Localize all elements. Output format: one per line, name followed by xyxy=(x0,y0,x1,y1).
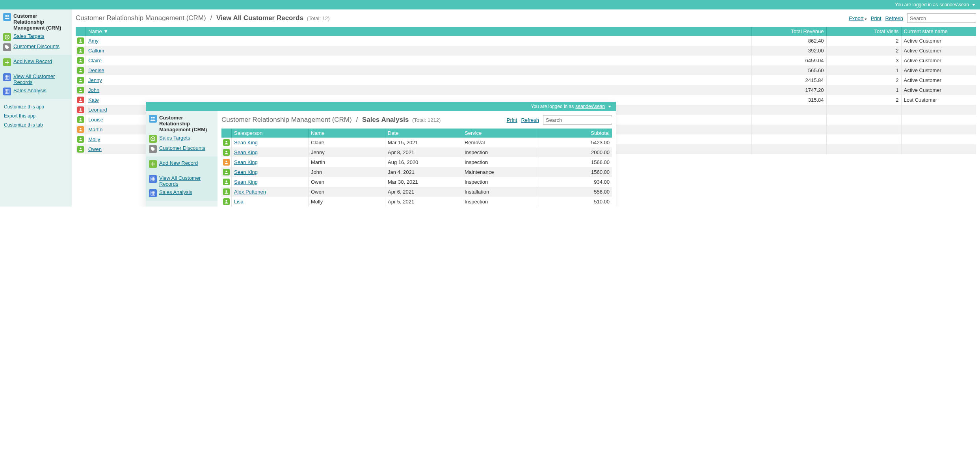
search-input[interactable] xyxy=(910,15,976,21)
cell-salesperson[interactable]: Lisa xyxy=(232,197,309,207)
cell-salesperson[interactable]: Sean King xyxy=(232,138,309,147)
person-icon xyxy=(77,67,84,74)
print-link[interactable]: Print xyxy=(871,15,881,21)
cell-revenue xyxy=(751,105,826,115)
header-row: Customer Relationship Management (CRM) /… xyxy=(221,114,616,129)
table-row[interactable]: Sean KingMartinAug 16, 2020Inspection156… xyxy=(221,157,612,167)
user-link[interactable]: seandev\sean xyxy=(939,2,969,7)
table-row[interactable]: Callum392.002Active Customer xyxy=(76,46,976,56)
col-date[interactable]: Date xyxy=(385,129,462,138)
crm-icon xyxy=(3,13,11,21)
col-icon[interactable] xyxy=(76,27,86,36)
cell-name[interactable]: John xyxy=(86,85,752,95)
cell-state xyxy=(901,144,976,154)
table-row[interactable]: Sean KingOwenMar 30, 2021Inspection934.0… xyxy=(221,177,612,187)
sidebar-title[interactable]: Customer Relationship Management (CRM) xyxy=(3,12,69,32)
table-row[interactable]: Jenny2415.842Active Customer xyxy=(76,75,976,85)
export-link[interactable]: Export xyxy=(849,15,864,21)
cell-name[interactable]: Denise xyxy=(86,65,752,75)
window-sales-analysis: You are logged in as seandev\sean Custom… xyxy=(146,102,616,207)
refresh-link[interactable]: Refresh xyxy=(885,15,903,21)
table-row[interactable]: LisaMollyApr 5, 2021Inspection510.00 xyxy=(221,197,612,207)
cell-salesperson[interactable]: Alex Puttonen xyxy=(232,187,309,197)
tag-icon xyxy=(3,43,11,51)
customize-tab-link[interactable]: Customize this tab xyxy=(4,122,43,128)
search-input[interactable] xyxy=(546,117,612,123)
col-state[interactable]: Current state name xyxy=(901,27,976,36)
svg-point-30 xyxy=(225,180,227,182)
svg-point-22 xyxy=(152,138,154,140)
target-icon xyxy=(3,33,11,41)
breadcrumb-root[interactable]: Customer Relationship Management (CRM) xyxy=(76,14,206,22)
sidebar-add-new-record[interactable]: Add New Record xyxy=(3,57,69,67)
search-box[interactable] xyxy=(907,13,976,23)
table-row[interactable]: Denise565.601Active Customer xyxy=(76,65,976,75)
col-icon[interactable] xyxy=(221,129,232,138)
table-row[interactable]: Alex PuttonenOwenApr 6, 2021Installation… xyxy=(221,187,612,197)
svg-point-16 xyxy=(80,128,81,129)
person-icon xyxy=(223,179,230,185)
sidebar-view-all-customers[interactable]: View All Customer Records xyxy=(149,174,214,188)
chevron-down-icon[interactable] xyxy=(865,19,867,20)
cell-name[interactable]: Jenny xyxy=(86,75,752,85)
target-icon xyxy=(149,135,157,143)
chevron-down-icon[interactable] xyxy=(608,106,611,108)
cell-visits xyxy=(826,125,901,134)
sidebar-sales-analysis[interactable]: Sales Analysis xyxy=(3,86,69,97)
col-salesperson[interactable]: Salesperson xyxy=(232,129,309,138)
refresh-link[interactable]: Refresh xyxy=(521,117,539,123)
breadcrumb-root[interactable]: Customer Relationship Management (CRM) xyxy=(221,116,352,123)
sidebar-sales-targets[interactable]: Sales Targets xyxy=(149,134,214,144)
customize-app-link[interactable]: Customize this app xyxy=(4,104,44,110)
user-link[interactable]: seandev\sean xyxy=(575,104,605,109)
table-row[interactable]: Amy862.402Active Customer xyxy=(76,36,976,46)
cell-name: Molly xyxy=(309,197,385,207)
table-row[interactable]: Sean KingJennyApr 8, 2021Inspection2000.… xyxy=(221,147,612,157)
table-row[interactable]: Sean KingJohnJan 4, 2021Maintenance1560.… xyxy=(221,167,612,177)
cell-date: Apr 8, 2021 xyxy=(385,147,462,157)
cell-salesperson[interactable]: Sean King xyxy=(232,177,309,187)
col-service[interactable]: Service xyxy=(462,129,539,138)
breadcrumb: Customer Relationship Management (CRM) /… xyxy=(76,14,849,22)
person-icon xyxy=(77,47,84,54)
cell-salesperson[interactable]: Sean King xyxy=(232,157,309,167)
search-box[interactable] xyxy=(543,115,612,125)
grid-icon xyxy=(149,189,157,197)
svg-point-18 xyxy=(80,147,81,149)
cell-name[interactable]: Amy xyxy=(86,36,752,46)
svg-point-26 xyxy=(225,141,227,142)
table-row[interactable]: John1747.201Active Customer xyxy=(76,85,976,95)
cell-state: Active Customer xyxy=(901,75,976,85)
table-header: Salesperson Name Date Service Subtotal xyxy=(221,129,612,138)
col-revenue[interactable]: Total Revenue xyxy=(751,27,826,36)
sidebar-sales-analysis[interactable]: Sales Analysis xyxy=(149,188,214,198)
col-name[interactable]: Name ▼ xyxy=(86,27,752,36)
table-row[interactable]: Sean KingClaireMar 15, 2021Removal5423.0… xyxy=(221,138,612,147)
svg-rect-24 xyxy=(151,191,155,196)
svg-point-0 xyxy=(5,15,7,17)
sidebar-add-new-record[interactable]: Add New Record xyxy=(149,159,214,169)
person-icon xyxy=(223,169,230,175)
cell-name[interactable]: Callum xyxy=(86,46,752,56)
col-name[interactable]: Name xyxy=(309,129,385,138)
col-subtotal[interactable]: Subtotal xyxy=(539,129,612,138)
chevron-down-icon[interactable] xyxy=(972,4,975,6)
print-link[interactable]: Print xyxy=(507,117,517,123)
main-panel: Customer Relationship Management (CRM) /… xyxy=(218,111,616,207)
cell-salesperson[interactable]: Sean King xyxy=(232,147,309,157)
export-app-link[interactable]: Export this app xyxy=(4,113,35,119)
person-icon xyxy=(77,37,84,44)
col-visits[interactable]: Total Visits xyxy=(826,27,901,36)
page-actions: Print Refresh xyxy=(507,115,612,125)
cell-name[interactable]: Claire xyxy=(86,56,752,65)
sidebar-sales-targets[interactable]: Sales Targets xyxy=(3,32,69,42)
sidebar-customer-discounts[interactable]: Customer Discounts xyxy=(3,42,69,52)
sidebar-customer-discounts[interactable]: Customer Discounts xyxy=(149,144,214,154)
sidebar-title[interactable]: Customer Relationship Management (CRM) xyxy=(149,114,214,134)
person-icon xyxy=(77,97,84,103)
cell-revenue xyxy=(751,144,826,154)
table-row[interactable]: Claire6459.043Active Customer xyxy=(76,56,976,65)
sidebar-view-all-customers[interactable]: View All Customer Records xyxy=(3,72,69,86)
customize-app-link[interactable]: Customize this app xyxy=(150,206,190,207)
cell-salesperson[interactable]: Sean King xyxy=(232,167,309,177)
